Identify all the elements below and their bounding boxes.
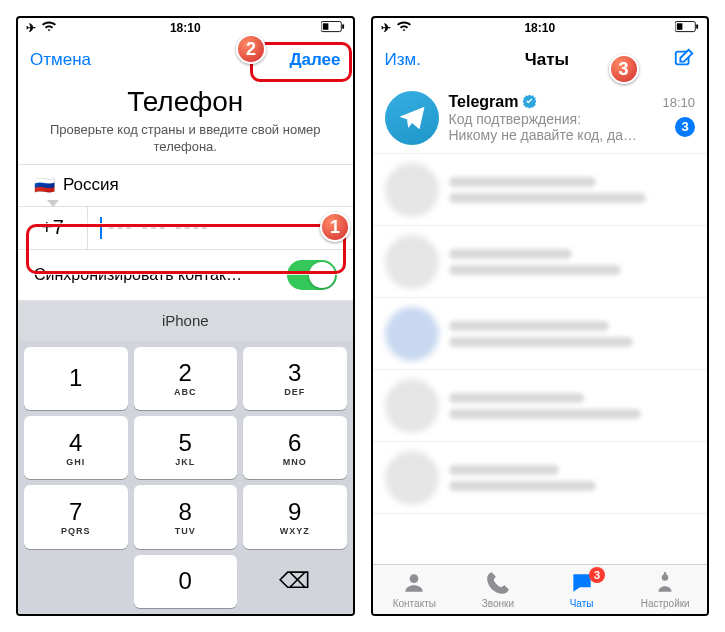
- svg-rect-4: [696, 24, 698, 29]
- flag-icon: 🇷🇺: [34, 175, 55, 196]
- annotation-badge-3: 3: [609, 54, 639, 84]
- chat-time: 18:10: [662, 95, 695, 110]
- tab-settings[interactable]: Настройки: [623, 565, 707, 614]
- key-4[interactable]: 4GHI: [24, 416, 128, 479]
- key-0[interactable]: 0: [134, 555, 238, 608]
- clock: 18:10: [170, 21, 201, 35]
- svg-rect-1: [342, 24, 344, 29]
- keyboard-suggestion[interactable]: iPhone: [18, 301, 353, 341]
- key-1[interactable]: 1: [24, 347, 128, 410]
- tab-calls[interactable]: Звонки: [456, 565, 540, 614]
- status-bar: ✈ 18:10: [373, 18, 708, 38]
- tab-contacts[interactable]: Контакты: [373, 565, 457, 614]
- cancel-button[interactable]: Отмена: [30, 50, 91, 70]
- wifi-icon: [42, 21, 56, 36]
- avatar-telegram: [385, 91, 439, 145]
- sync-label: Синхронизировать контак…: [34, 266, 242, 284]
- phone-number-input[interactable]: --- --- ----: [88, 216, 353, 239]
- airplane-icon: ✈: [381, 21, 391, 35]
- chat-row-blurred[interactable]: [373, 154, 708, 226]
- chat-name: Telegram: [449, 93, 538, 111]
- key-delete[interactable]: ⌫: [243, 555, 347, 608]
- nav-bar: Изм. Чаты: [373, 38, 708, 82]
- key-8[interactable]: 8TUV: [134, 485, 238, 548]
- phone-input-row: +7 --- --- ----: [18, 206, 353, 250]
- key-3[interactable]: 3DEF: [243, 347, 347, 410]
- wifi-icon: [397, 21, 411, 36]
- screen-chats: ✈ 18:10 Изм. Чаты: [371, 16, 710, 616]
- key-2[interactable]: 2ABC: [134, 347, 238, 410]
- chat-preview-1: Код подтверждения:: [449, 111, 582, 127]
- tab-chats[interactable]: Чаты 3: [540, 565, 624, 614]
- verified-icon: [522, 94, 537, 109]
- chat-row-blurred[interactable]: [373, 442, 708, 514]
- nav-bar: Отмена Далее: [18, 38, 353, 82]
- edit-button[interactable]: Изм.: [385, 50, 421, 70]
- key-5[interactable]: 5JKL: [134, 416, 238, 479]
- tab-bar: Контакты Звонки Чаты 3 Настройки: [373, 564, 708, 614]
- annotation-badge-2: 2: [236, 34, 266, 64]
- phone-placeholder: --- --- ----: [108, 216, 210, 239]
- next-button[interactable]: Далее: [289, 50, 340, 70]
- key-9[interactable]: 9WXYZ: [243, 485, 347, 548]
- keyboard: iPhone 12ABC3DEF4GHI5JKL6MNO7PQRS8TUV9WX…: [18, 301, 353, 614]
- page-subtitle: Проверьте код страны и введите свой номе…: [18, 118, 353, 164]
- airplane-icon: ✈: [26, 21, 36, 35]
- clock: 18:10: [524, 21, 555, 35]
- svg-rect-5: [677, 23, 683, 29]
- compose-button[interactable]: [673, 47, 695, 74]
- country-name: Россия: [63, 175, 119, 195]
- battery-icon: [675, 21, 699, 36]
- chat-preview-2: Никому не давайте код, да…: [449, 127, 638, 143]
- unread-badge: 3: [675, 117, 695, 137]
- sync-toggle[interactable]: [287, 260, 337, 290]
- svg-point-7: [410, 574, 419, 583]
- country-selector[interactable]: 🇷🇺 Россия: [18, 164, 353, 206]
- chat-row-telegram[interactable]: Telegram 18:10 Код подтверждения: Никому…: [373, 82, 708, 154]
- chat-list[interactable]: Telegram 18:10 Код подтверждения: Никому…: [373, 82, 708, 564]
- key-7[interactable]: 7PQRS: [24, 485, 128, 548]
- battery-icon: [321, 21, 345, 36]
- chat-row-blurred[interactable]: [373, 298, 708, 370]
- sync-contacts-row: Синхронизировать контак…: [18, 250, 353, 301]
- svg-rect-2: [322, 23, 328, 29]
- annotation-badge-1: 1: [320, 212, 350, 242]
- status-bar: ✈ 18:10: [18, 18, 353, 38]
- tab-badge: 3: [589, 567, 605, 583]
- chat-row-blurred[interactable]: [373, 370, 708, 442]
- chat-row-blurred[interactable]: [373, 226, 708, 298]
- page-title: Телефон: [18, 86, 353, 118]
- screen-login: ✈ 18:10 Отмена Далее Телефон Проверьте к…: [16, 16, 355, 616]
- key-6[interactable]: 6MNO: [243, 416, 347, 479]
- svg-rect-9: [664, 572, 666, 575]
- dial-code-input[interactable]: +7: [18, 207, 88, 249]
